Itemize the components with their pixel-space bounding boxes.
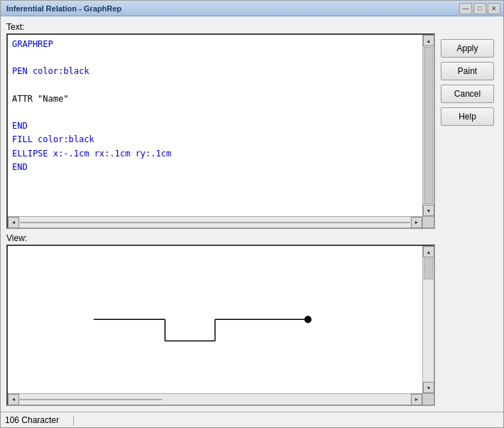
text-hscroll-thumb[interactable]	[20, 222, 410, 223]
view-hscroll-left[interactable]: ◄	[8, 394, 19, 405]
close-button[interactable]: ✕	[488, 3, 500, 14]
view-vscroll-up[interactable]: ▲	[423, 246, 434, 257]
text-scroll-corner	[422, 216, 434, 228]
code-line-blank1	[12, 51, 418, 65]
maximize-button[interactable]: □	[473, 3, 486, 14]
text-section: Text: GRAPHREP PEN color:black ATTR "Nam…	[6, 22, 435, 229]
view-panel: ▲ ▼ ◄ ►	[6, 245, 435, 406]
title-controls: — □ ✕	[459, 3, 500, 14]
main-window: Inferential Relation - GraphRep — □ ✕ Te…	[0, 0, 504, 428]
text-vscroll-up[interactable]: ▲	[423, 35, 434, 46]
code-display: GRAPHREP PEN color:black ATTR "Name" END…	[8, 35, 422, 205]
view-hscroll-right[interactable]: ►	[411, 394, 422, 405]
text-panel-content: GRAPHREP PEN color:black ATTR "Name" END…	[8, 35, 422, 216]
cancel-button[interactable]: Cancel	[441, 85, 494, 103]
view-panel-content	[8, 246, 422, 393]
view-vscroll-down[interactable]: ▼	[423, 382, 434, 393]
view-vscroll-thumb[interactable]	[424, 258, 433, 279]
code-line-7: END	[12, 161, 418, 174]
sidebar: Apply Paint Cancel Help	[441, 22, 498, 406]
code-line-blank2	[12, 79, 418, 92]
view-scroll-corner	[422, 393, 434, 405]
character-count: 106 Character	[5, 415, 74, 425]
text-hscrollbar[interactable]: ◄ ►	[8, 216, 422, 228]
view-label: View:	[6, 233, 435, 243]
view-section: View:	[6, 233, 435, 406]
text-label: Text:	[6, 22, 435, 32]
text-vscroll-thumb[interactable]	[424, 47, 433, 204]
window-content: Text: GRAPHREP PEN color:black ATTR "Nam…	[1, 16, 503, 412]
help-button[interactable]: Help	[441, 107, 494, 126]
minimize-button[interactable]: —	[459, 3, 472, 14]
view-hscroll-thumb[interactable]	[20, 399, 162, 400]
title-bar: Inferential Relation - GraphRep — □ ✕	[1, 1, 503, 16]
code-line-1: GRAPHREP	[12, 38, 418, 51]
code-line-5: FILL color:black	[12, 133, 418, 146]
main-area: Text: GRAPHREP PEN color:black ATTR "Nam…	[6, 22, 435, 406]
text-panel: GRAPHREP PEN color:black ATTR "Name" END…	[6, 33, 435, 229]
code-line-3: ATTR "Name"	[12, 92, 418, 106]
view-hscrollbar[interactable]: ◄ ►	[8, 393, 422, 405]
apply-button[interactable]: Apply	[441, 39, 494, 58]
view-diagram	[8, 246, 422, 393]
view-vscroll-track	[423, 280, 434, 382]
code-line-blank3	[12, 106, 418, 119]
text-vscroll-down[interactable]: ▼	[423, 205, 434, 216]
code-line-4: END	[12, 119, 418, 133]
svg-point-5	[304, 316, 311, 323]
paint-button[interactable]: Paint	[441, 62, 494, 80]
status-bar: 106 Character	[1, 412, 503, 427]
text-vscrollbar[interactable]: ▲ ▼	[422, 35, 434, 216]
code-line-2: PEN color:black	[12, 65, 418, 78]
code-line-6: ELLIPSE x:-.1cm rx:.1cm ry:.1cm	[12, 147, 418, 161]
view-vscrollbar[interactable]: ▲ ▼	[422, 246, 434, 393]
text-hscroll-left[interactable]: ◄	[8, 217, 19, 228]
text-hscroll-right[interactable]: ►	[411, 217, 422, 228]
window-title: Inferential Relation - GraphRep	[4, 4, 122, 13]
